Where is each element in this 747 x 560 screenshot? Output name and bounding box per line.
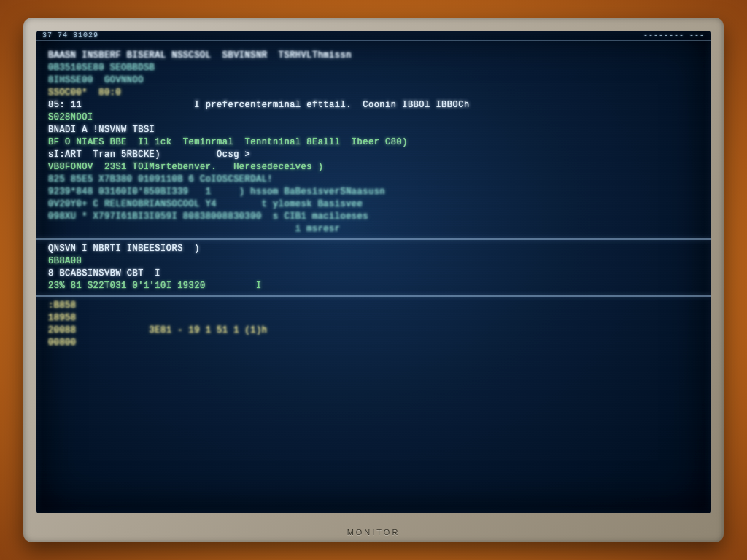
terminal-line: BF O NIAES BBE Il 1ck Teminrmal Tenntnin…: [48, 136, 699, 149]
monitor-brand-label: MONITOR: [347, 528, 400, 537]
terminal-line: sI:ART Tran 5RBCKE) Ocsg >: [48, 149, 699, 161]
terminal-line: BAASN INSBERF BISERAL NSSCSOL SBVINSNR T…: [48, 50, 699, 62]
terminal-line: 8 BCABSINSVBW CBT I: [48, 268, 699, 280]
terminal-line: BNADI A !NSVNW TBSI: [48, 124, 699, 136]
terminal-line: 0B3510SE80 SEOBBDSB: [48, 62, 699, 74]
terminal-line: 20088 3E81 - 19 1 51 1 (1)h: [48, 324, 699, 337]
terminal-block-2: QNSVN I NBRTI INBEESIORS )6B8A008 BCABSI…: [48, 243, 699, 292]
monitor-bezel: MONITOR 37 74 31029 -------- --- BAASN I…: [23, 18, 724, 542]
terminal-line: 6B8A00: [48, 255, 699, 268]
terminal-line: 098XU * X797I61BI3I059I 80838008830300 s…: [48, 211, 699, 223]
terminal-line: 825 85E5 X7B380 0109110B 6 CoIOSCSERDAL!: [48, 174, 699, 186]
topbar-right-text: -------- ---: [643, 31, 705, 40]
terminal-line: S028NOOI: [48, 112, 699, 124]
terminal-line: SSOC00* 80:0: [48, 87, 699, 99]
terminal-line: i msresr: [48, 223, 699, 236]
terminal-line: 00800: [48, 337, 699, 349]
terminal-line: 8IHSSE00 GOVNNOO: [48, 74, 699, 87]
terminal-screen: 37 74 31029 -------- --- BAASN INSBERF B…: [36, 31, 711, 513]
separator-1: [36, 238, 711, 240]
terminal-line: 23% 81 S22T031 0'1'10I 19320 I: [48, 280, 699, 292]
terminal-line: :B858: [48, 300, 699, 312]
terminal-line: 0V20Y0+ C RELENOBRIANSOCOOL Y4 t ylomesk…: [48, 198, 699, 211]
terminal-line: VB8FONOV 23S1 TOIMsrtebenver. Heresedece…: [48, 161, 699, 174]
terminal-line: 85: 11 I prefercenterminal efttail. Coon…: [48, 99, 699, 112]
terminal-line: QNSVN I NBRTI INBEESIORS ): [48, 243, 699, 255]
separator-2: [36, 295, 711, 297]
terminal-line: 9239*848 03160I0'850BI339 1 ) hssom BaBe…: [48, 186, 699, 198]
topbar-left-text: 37 74 31029: [42, 31, 98, 40]
terminal-top-bar: 37 74 31029 -------- ---: [36, 31, 711, 41]
terminal-content: BAASN INSBERF BISERAL NSSCSOL SBVINSNR T…: [48, 50, 699, 349]
terminal-block-3: :B8581895820088 3E81 - 19 1 51 1 (1)h008…: [48, 300, 699, 349]
terminal-line: 18958: [48, 312, 699, 324]
terminal-block-1: BAASN INSBERF BISERAL NSSCSOL SBVINSNR T…: [48, 50, 699, 236]
